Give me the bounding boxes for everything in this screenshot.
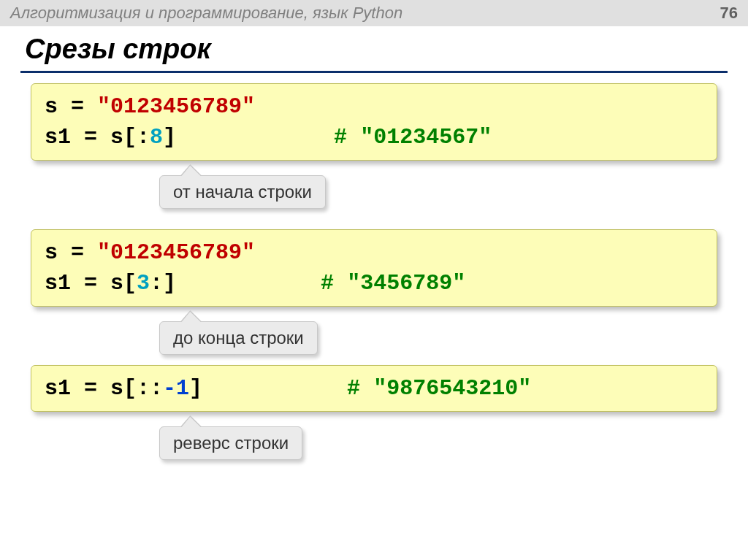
callout-tail — [181, 312, 204, 323]
callout-1: от начала строки — [159, 175, 326, 209]
callout-text: реверс строки — [173, 433, 289, 453]
code-line: s1 = s[3:] # "3456789" — [45, 268, 703, 299]
callout-text: до конца строки — [173, 328, 304, 348]
code-box-3: s1 = s[::-1] # "9876543210" — [31, 365, 717, 412]
header-title: Алгоритмизация и программирование, язык … — [10, 4, 402, 23]
code-line: s = "0123456789" — [45, 91, 703, 122]
title-rule — [20, 71, 728, 73]
code-line: s = "0123456789" — [45, 237, 703, 268]
slide-header: Алгоритмизация и программирование, язык … — [0, 0, 748, 26]
code-box-1: s = "0123456789" s1 = s[:8] # "01234567" — [31, 83, 717, 161]
code-line: s1 = s[::-1] # "9876543210" — [45, 373, 703, 404]
callout-text: от начала строки — [173, 182, 312, 202]
code-line: s1 = s[:8] # "01234567" — [45, 122, 703, 153]
code-box-2: s = "0123456789" s1 = s[3:] # "3456789" — [31, 229, 717, 307]
slide-title: Срезы строк — [25, 34, 723, 65]
callout-tail — [181, 166, 204, 177]
page-number: 76 — [720, 4, 738, 23]
callout-3: реверс строки — [159, 426, 302, 460]
callout-2: до конца строки — [159, 321, 318, 355]
callout-tail — [181, 417, 204, 428]
slide-content: Срезы строк s = "0123456789" s1 = s[:8] … — [0, 34, 748, 460]
